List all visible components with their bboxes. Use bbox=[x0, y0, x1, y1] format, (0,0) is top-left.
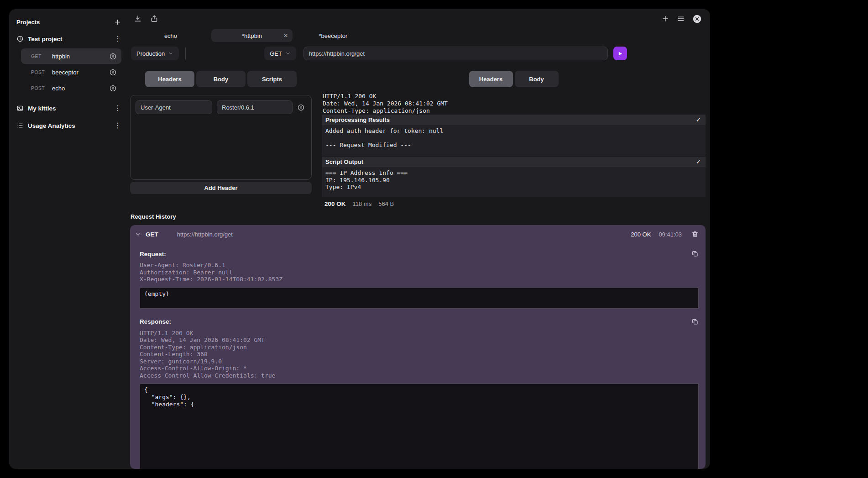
response-panel: Headers Body HTTP/1.1 200 OK Date: Wed, … bbox=[322, 71, 706, 207]
environment-value: Production bbox=[136, 50, 165, 57]
copy-icon bbox=[691, 318, 699, 326]
history-request-body[interactable]: (empty) bbox=[140, 288, 699, 309]
menu-button[interactable] bbox=[677, 15, 685, 23]
sidebar-header: Projects bbox=[16, 14, 121, 30]
clock-icon bbox=[16, 35, 24, 42]
project-group-label: Usage Analytics bbox=[28, 122, 110, 129]
project-group-label: Test project bbox=[28, 36, 110, 42]
history-section: Request History GET https://httpbin.org/… bbox=[130, 213, 706, 469]
project-menu-button[interactable]: ⋮ bbox=[114, 35, 121, 42]
method-label: GET bbox=[31, 53, 47, 59]
preprocessing-output[interactable]: Added auth header for token: null --- Re… bbox=[322, 125, 706, 156]
script-output[interactable]: === IP Address Info === IP: 195.146.105.… bbox=[322, 167, 706, 197]
header-row bbox=[136, 100, 306, 114]
response-panel-tabs: Headers Body bbox=[322, 71, 706, 87]
close-tab-icon[interactable]: ✕ bbox=[283, 33, 288, 38]
new-tab-button[interactable] bbox=[661, 15, 669, 23]
trash-icon bbox=[691, 231, 699, 238]
response-headers-preview[interactable]: HTTP/1.1 200 OK Date: Wed, 14 Jan 2026 0… bbox=[322, 93, 706, 114]
delete-history-button[interactable] bbox=[691, 231, 699, 238]
tab-httpbin[interactable]: *httpbin ✕ bbox=[211, 29, 293, 42]
header-value-input[interactable] bbox=[217, 100, 293, 114]
remove-header-button[interactable] bbox=[297, 104, 305, 111]
send-button[interactable] bbox=[613, 47, 627, 60]
project-group-analytics[interactable]: Usage Analytics ⋮ bbox=[16, 117, 121, 134]
topbar-right bbox=[661, 14, 702, 24]
request-bar: Production GET bbox=[130, 43, 706, 64]
script-output-section-header[interactable]: Script Output ✓ bbox=[322, 157, 706, 167]
request-item-echo[interactable]: POST echo bbox=[21, 80, 121, 96]
divider bbox=[185, 47, 186, 59]
response-label: Response: bbox=[140, 318, 171, 325]
play-icon bbox=[617, 51, 623, 57]
x-circle-icon bbox=[109, 68, 117, 76]
copy-response-button[interactable] bbox=[691, 318, 699, 326]
x-circle-icon bbox=[109, 53, 117, 60]
header-key-input[interactable] bbox=[136, 100, 212, 114]
chevron-down-icon[interactable] bbox=[135, 231, 141, 238]
chevron-down-icon bbox=[168, 51, 173, 56]
sidebar: Projects Test project ⋮ GET httpbin bbox=[9, 9, 129, 469]
method-label: POST bbox=[31, 69, 47, 75]
tab-beeceptor[interactable]: *beeceptor bbox=[319, 32, 348, 39]
close-window-button[interactable] bbox=[692, 14, 702, 24]
editor-panels: Headers Body Scripts Add Heade bbox=[130, 71, 706, 207]
plus-icon bbox=[661, 15, 669, 23]
tab-slot: echo bbox=[130, 28, 211, 43]
method-value: GET bbox=[270, 50, 282, 57]
tab-strip: echo *httpbin ✕ *beeceptor bbox=[130, 28, 706, 43]
share-icon bbox=[150, 15, 158, 23]
add-header-button[interactable]: Add Header bbox=[130, 182, 312, 194]
request-item-beeceptor[interactable]: POST beeceptor bbox=[21, 64, 121, 80]
tab-echo[interactable]: echo bbox=[164, 32, 177, 39]
request-name: echo bbox=[52, 85, 104, 92]
history-status: 200 OK bbox=[631, 231, 651, 238]
request-name: httpbin bbox=[52, 53, 104, 60]
response-tab-body[interactable]: Body bbox=[515, 71, 559, 87]
add-project-button[interactable] bbox=[114, 18, 121, 26]
download-icon bbox=[134, 15, 142, 23]
history-entry-header[interactable]: GET https://httpbin.org/get 200 OK 09:41… bbox=[130, 225, 706, 243]
tab-label: *httpbin bbox=[242, 32, 262, 39]
history-header-right: 200 OK 09:41:03 bbox=[631, 231, 699, 238]
request-tab-headers[interactable]: Headers bbox=[145, 71, 194, 87]
request-block-header: Request: bbox=[140, 250, 699, 257]
close-circle-icon bbox=[692, 14, 702, 24]
environment-select[interactable]: Production bbox=[131, 47, 179, 60]
hamburger-icon bbox=[677, 15, 685, 23]
response-tab-headers[interactable]: Headers bbox=[469, 71, 513, 87]
request-item-httpbin[interactable]: GET httpbin bbox=[21, 48, 121, 64]
remove-request-button[interactable] bbox=[109, 84, 117, 92]
list-icon bbox=[16, 122, 24, 129]
project-group-kitties[interactable]: My kitties ⋮ bbox=[16, 100, 121, 117]
status-size: 564 B bbox=[378, 200, 394, 207]
request-tab-scripts[interactable]: Scripts bbox=[247, 71, 297, 87]
project-menu-button[interactable]: ⋮ bbox=[114, 122, 121, 129]
preprocessing-section-header[interactable]: Preprocessing Results ✓ bbox=[322, 115, 706, 125]
history-url: https://httpbin.org/get bbox=[177, 231, 631, 238]
project-menu-button[interactable]: ⋮ bbox=[114, 105, 121, 112]
download-button[interactable] bbox=[134, 15, 142, 23]
method-label: POST bbox=[31, 85, 47, 91]
main-area: echo *httpbin ✕ *beeceptor Production bbox=[129, 9, 710, 469]
plus-icon bbox=[114, 18, 121, 26]
history-response-body[interactable]: { "args": {}, "headers": { bbox=[140, 383, 699, 469]
request-tab-body[interactable]: Body bbox=[196, 71, 246, 87]
share-button[interactable] bbox=[150, 15, 158, 23]
app-window: Projects Test project ⋮ GET httpbin bbox=[9, 9, 710, 469]
copy-request-button[interactable] bbox=[691, 250, 699, 257]
status-duration: 118 ms bbox=[353, 200, 372, 207]
history-method: GET bbox=[146, 231, 158, 238]
remove-request-button[interactable] bbox=[109, 68, 117, 76]
project-group-test[interactable]: Test project ⋮ bbox=[16, 30, 121, 47]
check-icon: ✓ bbox=[696, 116, 701, 123]
history-request-headers: User-Agent: Roster/0.6.1 Authorization: … bbox=[140, 262, 699, 283]
chevron-down-icon bbox=[285, 51, 291, 56]
script-output-title: Script Output bbox=[325, 158, 363, 165]
url-input[interactable] bbox=[303, 47, 608, 60]
remove-request-button[interactable] bbox=[109, 53, 117, 60]
request-tree: GET httpbin POST beeceptor POST echo bbox=[16, 48, 121, 96]
preprocessing-title: Preprocessing Results bbox=[325, 116, 390, 123]
method-select[interactable]: GET bbox=[264, 47, 296, 60]
request-label: Request: bbox=[140, 251, 166, 257]
